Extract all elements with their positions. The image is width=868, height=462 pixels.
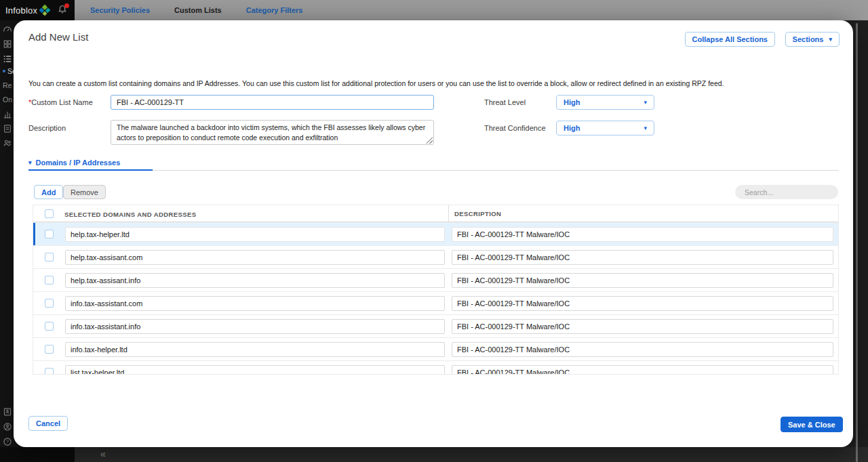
chevron-down-icon: ▾ — [28, 159, 32, 166]
svg-text:?: ? — [6, 439, 9, 444]
row-description-input[interactable] — [452, 250, 833, 265]
save-and-close-button[interactable]: Save & Close — [781, 417, 843, 432]
table-row[interactable] — [33, 337, 838, 360]
row-checkbox[interactable] — [45, 345, 54, 354]
table-row[interactable] — [33, 268, 838, 291]
row-description-input[interactable] — [452, 342, 833, 357]
domain-input[interactable] — [65, 227, 445, 242]
add-button[interactable]: Add — [34, 185, 63, 199]
sections-label: Sections — [793, 35, 824, 43]
row-description-input[interactable] — [452, 365, 833, 375]
domains-section-toggle[interactable]: ▾ Domains / IP Addresses — [28, 159, 120, 167]
column-header-domains: SELECTED DOMAINS AND ADDRESSES — [64, 211, 196, 218]
top-bar: Infoblox Security Policies Custom Lists … — [0, 0, 868, 20]
intro-text: You can create a custom list containing … — [28, 79, 840, 89]
table-row[interactable] — [33, 291, 838, 314]
domain-input[interactable] — [65, 365, 445, 375]
brand-name: Infoblox — [5, 5, 37, 16]
row-checkbox[interactable] — [45, 230, 54, 238]
domain-input[interactable] — [65, 296, 445, 311]
row-checkbox[interactable] — [45, 253, 54, 261]
select-all-checkbox[interactable] — [45, 209, 54, 218]
domain-input[interactable] — [65, 250, 445, 265]
chevron-down-icon: ▾ — [829, 36, 832, 43]
notification-dot — [64, 3, 69, 8]
threat-confidence-label: Threat Confidence — [484, 124, 546, 132]
domains-section-title: Domains / IP Addresses — [36, 159, 121, 167]
tab-custom-lists[interactable]: Custom Lists — [174, 6, 222, 14]
infoblox-logo-icon — [39, 5, 51, 16]
domain-input[interactable] — [65, 319, 445, 334]
threat-level-value: High — [564, 98, 580, 106]
chevron-down-icon: ▾ — [644, 99, 647, 106]
section-divider-accent — [28, 169, 153, 171]
modal-title: Add New List — [28, 31, 88, 43]
table-row[interactable] — [33, 314, 838, 337]
threat-level-label: Threat Level — [484, 98, 526, 106]
row-checkbox[interactable] — [45, 368, 54, 375]
tab-category-filters[interactable]: Category Filters — [246, 6, 303, 14]
domain-input[interactable] — [65, 273, 445, 288]
page-scrollbar[interactable] — [856, 23, 858, 462]
sidebar-label: On — [3, 96, 12, 104]
custom-list-name-input[interactable] — [111, 95, 434, 110]
sections-dropdown-button[interactable]: Sections ▾ — [785, 32, 840, 47]
row-description-input[interactable] — [452, 227, 833, 242]
bottom-bar-left — [0, 447, 75, 462]
sidebar-collapse-button[interactable]: « — [100, 448, 106, 459]
table-row[interactable] — [33, 222, 838, 245]
row-checkbox[interactable] — [45, 299, 54, 308]
collapse-all-sections-button[interactable]: Collapse All Sections — [685, 32, 775, 47]
row-description-input[interactable] — [452, 319, 833, 334]
row-description-input[interactable] — [452, 296, 833, 311]
cancel-button[interactable]: Cancel — [28, 416, 68, 431]
description-textarea[interactable] — [111, 120, 434, 145]
table-row[interactable] — [33, 245, 838, 268]
selected-row-indicator — [33, 223, 35, 246]
active-dot — [3, 70, 5, 72]
row-description-input[interactable] — [452, 273, 833, 288]
notifications-bell-icon[interactable] — [57, 4, 69, 16]
remove-button[interactable]: Remove — [63, 185, 106, 199]
threat-level-select[interactable]: High ▾ — [556, 95, 654, 110]
table-header: SELECTED DOMAINS AND ADDRESSES DESCRIPTI… — [33, 205, 838, 222]
table-row[interactable] — [33, 360, 838, 375]
search-input[interactable] — [735, 185, 838, 199]
add-new-list-modal: Add New List Collapse All Sections Secti… — [14, 20, 853, 447]
domain-input[interactable] — [65, 342, 445, 357]
threat-confidence-select[interactable]: High ▾ — [556, 121, 654, 135]
custom-list-name-label: *Custom List Name — [28, 98, 93, 106]
nav-tabs: Security Policies Custom Lists Category … — [90, 0, 302, 20]
screen: Infoblox Security Policies Custom Lists … — [0, 0, 868, 462]
domains-table: SELECTED DOMAINS AND ADDRESSES DESCRIPTI… — [33, 205, 839, 375]
tab-security-policies[interactable]: Security Policies — [90, 6, 150, 14]
threat-confidence-value: High — [564, 124, 580, 132]
bottom-bar: « — [0, 447, 868, 462]
row-checkbox[interactable] — [45, 322, 54, 331]
row-checkbox[interactable] — [45, 276, 54, 285]
chevron-down-icon: ▾ — [644, 125, 647, 131]
description-label: Description — [28, 124, 66, 132]
sidebar-label: Re — [3, 81, 12, 89]
column-header-description: DESCRIPTION — [454, 210, 501, 217]
